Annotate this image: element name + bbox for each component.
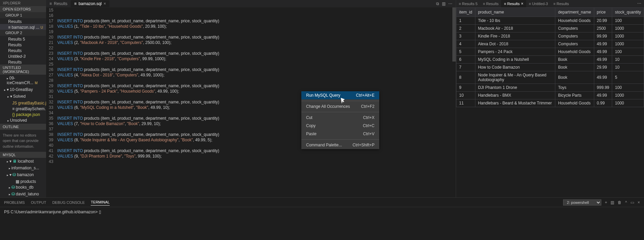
editor-tab-results-d[interactable]: Results <box>0 59 46 65</box>
table-cell: 100 <box>612 48 644 56</box>
table-row[interactable]: 7How to Code BamazonBook29.9910 <box>456 64 644 71</box>
table-row[interactable]: 5Pampers - 24 PackHousehold Goods49.9910… <box>456 48 644 56</box>
trash-icon[interactable]: 🗑 <box>618 200 622 205</box>
results-tab[interactable]: ≡ Results <box>480 0 501 7</box>
results-tab[interactable]: ≡ Untitled-3 <box>526 0 551 7</box>
table-row[interactable]: 8Node Inquirer & Me - An Query Based Aut… <box>456 71 644 84</box>
table-row[interactable]: 1Tide - 10 lbsHousehold Goods20.99100 <box>456 17 644 25</box>
mysql-localhost[interactable]: ▾ 🖥 localhost <box>0 158 46 165</box>
folder-icecream[interactable]: 09-iceCreamCR...M <box>0 75 46 86</box>
folder-unsolved[interactable]: Unsolved <box>0 117 46 124</box>
results-table-wrap[interactable]: item_idproduct_namedepartment_nameprices… <box>456 7 644 197</box>
code-lines[interactable]: INSERT INTO products (item_id, product_n… <box>57 7 456 197</box>
table-cell: 2500 <box>594 25 612 32</box>
ctx-copy[interactable]: CopyCtrl+C <box>301 122 379 130</box>
tab-terminal[interactable]: TERMINAL <box>91 199 110 206</box>
mysql-bamazon-db[interactable]: ▾ ⛁ bamazon <box>0 171 46 178</box>
table-cell: Computers <box>555 32 594 40</box>
table-cell: 1000 <box>612 92 644 99</box>
group-2-header[interactable]: GROUP 2 <box>0 30 46 36</box>
close-icon[interactable]: × <box>521 1 523 6</box>
ctx-cut[interactable]: CutCtrl+X <box>301 114 379 122</box>
table-cell: 2 <box>456 25 475 32</box>
new-terminal-icon[interactable]: + <box>605 200 607 205</box>
results-tab[interactable]: ≡ Results 5 <box>456 0 480 7</box>
table-row[interactable]: 3Kindle Fire - 2018Computers99.991000 <box>456 32 644 40</box>
file-greatbayjs[interactable]: JS greatBayBasic.js <box>0 100 46 105</box>
mysql-david[interactable]: ⛁ david_latuno <box>0 191 46 197</box>
table-cell: Household Goods <box>555 99 594 107</box>
tab-problems[interactable]: PROBLEMS <box>4 199 25 206</box>
column-header[interactable]: price <box>594 8 612 17</box>
table-cell: 49.99 <box>594 71 612 84</box>
split-terminal-icon[interactable]: ▥ <box>610 200 614 205</box>
mysql-table-products[interactable]: ▦ products <box>0 178 46 184</box>
ctx-paste[interactable]: PasteCtrl+V <box>301 130 379 138</box>
table-row[interactable]: 6MySQL Coding in a NutshellBook49.9910 <box>456 56 644 64</box>
column-header[interactable]: item_id <box>456 8 475 17</box>
group-1-header[interactable]: GROUP 1 <box>0 12 46 18</box>
more-icon[interactable]: ⋯ <box>637 1 641 6</box>
editor-tab-untitled3[interactable]: Untitled-3 <box>0 53 46 59</box>
table-row[interactable]: 4Alexa Dot - 2018Computers49.991000 <box>456 40 644 48</box>
workspace-section[interactable]: UNTITLED (WORKSPACE) <box>0 65 46 75</box>
table-cell: 29.99 <box>594 64 612 71</box>
table-cell: Node Inquirer & Me - An Query Based Auto… <box>475 71 555 84</box>
close-panel-icon[interactable]: × <box>638 200 640 205</box>
results-tab[interactable]: ≡ Results <box>551 0 572 7</box>
column-header[interactable]: product_name <box>475 8 555 17</box>
table-cell: Bicycle Parts <box>555 92 594 99</box>
terminal-select[interactable]: 2: powershell <box>563 199 601 206</box>
code-editor[interactable]: 1516171819202122232425262728293031323334… <box>46 7 456 197</box>
gutter: 1516171819202122232425262728293031323334… <box>46 7 57 197</box>
results-tab[interactable]: ≡ Results × <box>501 0 526 7</box>
editor-tab-bamazon[interactable]: ≡ bamazon.sql ...U <box>0 24 46 30</box>
table-cell: 7 <box>456 64 475 71</box>
column-header[interactable]: department_name <box>555 8 594 17</box>
editor-tab-results[interactable]: Results <box>0 18 46 24</box>
table-cell: 49.99 <box>594 48 612 56</box>
table-cell: Handlebars - Beard & Mustache Trimmer <box>475 99 555 107</box>
editor-tab-results-c[interactable]: Results <box>0 47 46 53</box>
table-row[interactable]: 2Macbook Air - 2018Computers25001000 <box>456 25 644 32</box>
editor-tab-results-b[interactable]: Results <box>0 42 46 47</box>
table-cell: 49.99 <box>594 56 612 64</box>
editor-tab-results5[interactable]: Results 5 <box>0 36 46 42</box>
mysql-books-db[interactable]: ⛁ books_db <box>0 184 46 191</box>
maximize-icon[interactable]: ^ <box>625 200 627 205</box>
file-package-json[interactable]: {} package.json <box>0 111 46 117</box>
folder-greatbay[interactable]: ▾ 10-GreatBay <box>0 86 46 93</box>
scrollbar[interactable] <box>452 7 456 62</box>
column-header[interactable]: stock_quantity <box>612 8 644 17</box>
table-cell: Alexa Dot - 2018 <box>475 40 555 48</box>
folder-solved[interactable]: ▾ Solved <box>0 93 46 100</box>
panel-tabs: PROBLEMS OUTPUT DEBUG CONSOLE TERMINAL 2… <box>0 198 644 207</box>
tab-bamazon-sql[interactable]: ≡ bamazon.sql × <box>71 0 109 7</box>
file-greatbayschem[interactable]: ≡ greatBaySchem... <box>0 105 46 111</box>
table-row[interactable]: 11Handlebars - Beard & Mustache TrimmerH… <box>456 99 644 107</box>
mysql-section[interactable]: MYSQL <box>0 152 46 158</box>
explorer-title: XPLORER <box>0 0 46 6</box>
close-icon[interactable]: × <box>104 1 106 6</box>
more-icon[interactable]: ⋯ <box>448 1 452 6</box>
ctx-change-all[interactable]: Change All OccurrencesCtrl+F2 <box>301 102 379 111</box>
table-row[interactable]: 10Handlebars - BMXBicycle Parts49.991000 <box>456 92 644 99</box>
mysql-information-schema[interactable]: information_s... <box>0 165 46 171</box>
ctx-command-palette[interactable]: Command Palette...Ctrl+Shift+P <box>301 141 379 149</box>
table-cell: 0.99 <box>594 99 612 107</box>
split-icon[interactable]: ▥ <box>442 1 446 6</box>
tab-output[interactable]: OUTPUT <box>31 199 46 206</box>
tab-debug-console[interactable]: DEBUG CONSOLE <box>52 199 85 206</box>
collapse-icon[interactable]: ▭ <box>630 200 634 205</box>
outline-section[interactable]: OUTLINE <box>0 124 46 130</box>
table-row[interactable]: 9DJI Phantom 1 DroneToys999.99100 <box>456 84 644 92</box>
table-cell: Handlebars - BMX <box>475 92 555 99</box>
tab-results[interactable]: ≡ Results <box>46 0 71 7</box>
table-cell: Book <box>555 71 594 84</box>
compare-icon[interactable]: ⧉ <box>436 1 439 6</box>
ctx-run-mysql[interactable]: Run MySQL QueryCtrl+Alt+E <box>301 91 379 99</box>
editor-actions: ⧉ ▥ ⋯ <box>436 1 456 6</box>
terminal[interactable]: PS C:\Users\admin\kamranjune.github.io\b… <box>0 207 644 240</box>
open-editors-section[interactable]: OPEN EDITORS <box>0 6 46 12</box>
ctx-separator <box>301 101 379 101</box>
